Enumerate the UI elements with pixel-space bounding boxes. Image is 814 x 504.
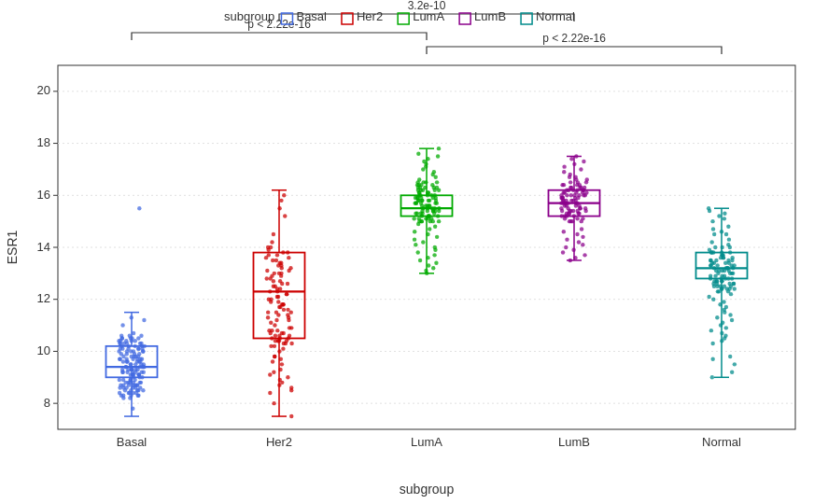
chart-container bbox=[0, 0, 814, 504]
chart-canvas bbox=[0, 0, 814, 504]
